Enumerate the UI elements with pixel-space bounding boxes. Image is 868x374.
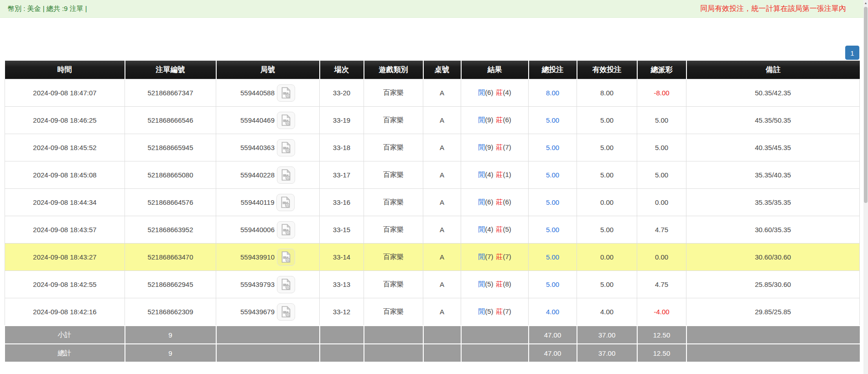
total-bet-link[interactable]: 5.00 xyxy=(546,116,559,124)
video-replay-button[interactable] xyxy=(276,194,295,211)
cell-remark: 50.35/42.35 xyxy=(686,79,860,107)
header-game-type: 遊戲類別 xyxy=(364,61,423,79)
scrollbar[interactable]: ▲ xyxy=(863,0,868,374)
banker-result-label: 莊 xyxy=(496,88,503,96)
cell-remark: 40.35/45.35 xyxy=(686,134,860,161)
round-number: 559439679 xyxy=(240,308,275,316)
video-replay-button[interactable] xyxy=(277,139,295,156)
banker-result-score: (7) xyxy=(503,307,511,315)
cell-game-type: 百家樂 xyxy=(364,216,423,244)
grand-total-count: 9 xyxy=(125,344,216,362)
page-1-button[interactable]: 1 xyxy=(845,46,859,60)
cell-time: 2024-09-08 18:44:34 xyxy=(5,189,125,216)
round-number: 559440119 xyxy=(241,198,275,206)
video-replay-button[interactable] xyxy=(277,166,295,184)
cell-time: 2024-09-08 18:46:25 xyxy=(5,107,125,134)
player-result-label: 閒 xyxy=(478,116,485,124)
table-row: 2024-09-08 18:43:27521868663470559439910… xyxy=(5,244,860,271)
total-bet-link[interactable]: 5.00 xyxy=(546,253,559,261)
cell-time: 2024-09-08 18:42:55 xyxy=(5,271,125,298)
table-footer: 小計 9 47.00 37.00 12.50 總計 9 47.00 37.00 … xyxy=(5,326,860,362)
payout-value: 5.00 xyxy=(655,116,668,124)
video-replay-button[interactable] xyxy=(277,249,295,266)
cell-time: 2024-09-08 18:45:52 xyxy=(5,134,125,161)
cell-table-no: A xyxy=(423,271,461,298)
cell-round: 559440469 xyxy=(216,107,320,134)
player-result-score: (4) xyxy=(485,171,493,178)
player-result-score: (9) xyxy=(485,143,493,151)
cell-game-type: 百家樂 xyxy=(364,107,423,134)
cell-valid-bet: 5.00 xyxy=(577,271,637,298)
header-result: 結果 xyxy=(461,61,529,79)
table-body: 2024-09-08 18:47:07521868667347559440588… xyxy=(5,79,860,326)
payout-value: -8.00 xyxy=(654,89,669,97)
total-bet-link[interactable]: 5.00 xyxy=(546,171,559,179)
video-replay-icon xyxy=(280,196,292,208)
scrollbar-thumb[interactable] xyxy=(864,7,868,203)
banker-result-score: (1) xyxy=(503,171,511,178)
cell-table-no: A xyxy=(423,189,461,216)
total-bet-link[interactable]: 5.00 xyxy=(546,198,559,206)
video-replay-button[interactable] xyxy=(277,276,295,293)
cell-table-no: A xyxy=(423,216,461,244)
payout-value: 4.75 xyxy=(655,226,668,234)
cell-session: 33-17 xyxy=(320,161,364,189)
cell-time: 2024-09-08 18:43:57 xyxy=(5,216,125,244)
banker-result-label: 莊 xyxy=(496,253,503,260)
subtotal-row: 小計 9 47.00 37.00 12.50 xyxy=(5,326,860,344)
cell-session: 33-15 xyxy=(320,216,364,244)
cell-session: 33-19 xyxy=(320,107,364,134)
subtotal-count: 9 xyxy=(125,326,216,344)
cell-valid-bet: 5.00 xyxy=(577,134,637,161)
total-bet-link[interactable]: 8.00 xyxy=(546,89,559,97)
cell-payout: 5.00 xyxy=(637,134,686,161)
cell-bet-id: 521868665945 xyxy=(125,134,216,161)
banker-result-label: 莊 xyxy=(496,280,503,288)
cell-game-type: 百家樂 xyxy=(364,134,423,161)
banker-result-label: 莊 xyxy=(496,307,503,315)
round-number: 559440228 xyxy=(240,171,275,179)
banker-result-label: 莊 xyxy=(496,143,503,151)
cell-game-type: 百家樂 xyxy=(364,298,423,326)
cell-result: 閒(9)莊(7) xyxy=(461,134,529,161)
up-arrow-icon[interactable]: ▲ xyxy=(863,0,868,6)
player-result-score: (4) xyxy=(485,225,493,233)
video-replay-button[interactable] xyxy=(277,112,295,129)
cell-valid-bet: 4.00 xyxy=(577,298,637,326)
cell-round: 559440006 xyxy=(216,216,320,244)
cell-round: 559440363 xyxy=(216,134,320,161)
video-replay-button[interactable] xyxy=(277,221,295,239)
cell-round: 559439910 xyxy=(216,244,320,271)
video-replay-button[interactable] xyxy=(277,303,295,321)
pagination: 1 xyxy=(5,46,859,60)
cell-bet-id: 521868665080 xyxy=(125,161,216,189)
cell-payout: 4.75 xyxy=(637,216,686,244)
cell-game-type: 百家樂 xyxy=(364,244,423,271)
cell-payout: -4.00 xyxy=(637,298,686,326)
player-result-label: 閒 xyxy=(478,171,485,178)
table-row: 2024-09-08 18:45:08521868665080559440228… xyxy=(5,161,860,189)
total-bet-link[interactable]: 4.00 xyxy=(546,308,559,316)
video-replay-button[interactable] xyxy=(277,84,295,102)
total-bet-link[interactable]: 5.00 xyxy=(546,280,559,288)
video-replay-icon xyxy=(280,223,292,236)
payout-value: 0.00 xyxy=(655,198,668,206)
cell-table-no: A xyxy=(423,79,461,107)
cell-valid-bet: 5.00 xyxy=(577,216,637,244)
round-number: 559439793 xyxy=(240,280,275,288)
player-result-score: (5) xyxy=(485,307,493,315)
total-bet-link[interactable]: 5.00 xyxy=(546,226,559,234)
banker-result-score: (7) xyxy=(503,143,511,151)
table-row: 2024-09-08 18:45:52521868665945559440363… xyxy=(5,134,860,161)
payout-value: -4.00 xyxy=(654,308,669,316)
payout-value: 4.75 xyxy=(655,280,668,288)
cell-session: 33-18 xyxy=(320,134,364,161)
round-number: 559439910 xyxy=(240,253,275,261)
cell-payout: 0.00 xyxy=(637,244,686,271)
banker-result-score: (7) xyxy=(503,253,511,260)
total-bet-link[interactable]: 5.00 xyxy=(546,144,559,151)
round-number: 559440588 xyxy=(240,89,275,97)
notice-text: 同局有效投注，統一計算在該局第一張注單內 xyxy=(700,4,846,14)
cell-payout: 4.75 xyxy=(637,271,686,298)
cell-payout: 5.00 xyxy=(637,107,686,134)
